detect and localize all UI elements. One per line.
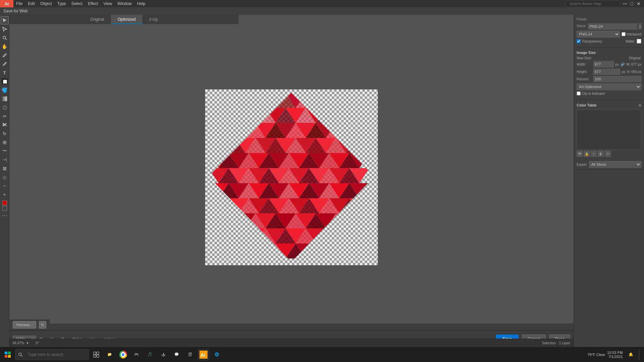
transparency-checkbox[interactable] bbox=[577, 39, 581, 43]
color-shift-btn[interactable]: ⟳ bbox=[605, 151, 611, 157]
start-button[interactable] bbox=[2, 349, 14, 361]
tool-paintbucket[interactable]: 🪣 bbox=[1, 86, 9, 94]
name-row: Name: ≡ bbox=[577, 23, 641, 29]
height-unit: px bbox=[622, 70, 626, 74]
matte-swatch[interactable] bbox=[637, 39, 641, 44]
tool-gradient[interactable] bbox=[1, 95, 9, 103]
tool-free-transform[interactable]: ⊠ bbox=[1, 164, 9, 172]
menu-select[interactable]: Select bbox=[69, 0, 85, 7]
color-lock-btn[interactable]: 🔒 bbox=[584, 151, 590, 157]
tool-pen[interactable] bbox=[1, 60, 9, 68]
canvas-wrapper bbox=[205, 89, 378, 265]
tool-fill[interactable] bbox=[1, 77, 9, 85]
tool-type[interactable]: T bbox=[1, 69, 9, 77]
tab-optimized[interactable]: Optimized bbox=[111, 15, 142, 24]
svg-rect-164 bbox=[8, 355, 11, 358]
tool-warp[interactable]: 〜 bbox=[1, 147, 9, 155]
tool-zoom-minus[interactable]: − bbox=[1, 182, 9, 190]
tool-width[interactable]: ⊣ bbox=[1, 156, 9, 164]
tool-scale[interactable]: ⊞ bbox=[1, 138, 9, 146]
color-delete-btn[interactable]: 🗑 bbox=[598, 151, 604, 157]
refresh-button[interactable]: ↻ bbox=[39, 321, 46, 329]
svg-marker-61 bbox=[346, 138, 366, 153]
taskbar-app2[interactable]: 🎮 bbox=[130, 349, 142, 361]
color-table-menu-btn[interactable]: ≡ bbox=[639, 102, 641, 108]
color-red-swatch[interactable] bbox=[2, 201, 7, 205]
svg-marker-142 bbox=[326, 228, 346, 243]
export-label: Export: bbox=[577, 163, 587, 166]
taskbar-app6[interactable]: 🎬 bbox=[184, 349, 196, 361]
svg-marker-7 bbox=[245, 93, 266, 108]
taskbar-notification[interactable]: 🔔 bbox=[625, 349, 637, 361]
color-none-swatch[interactable] bbox=[2, 206, 7, 211]
taskbar-search-input[interactable] bbox=[24, 350, 85, 359]
taskbar-browser[interactable]: 🌐 bbox=[211, 349, 223, 361]
tool-select[interactable] bbox=[1, 16, 9, 24]
window-minimize[interactable]: ─ bbox=[623, 0, 627, 7]
name-input[interactable] bbox=[588, 23, 637, 29]
color-map-btn[interactable]: 🗺 bbox=[577, 151, 583, 157]
tool-blend[interactable]: ⬡ bbox=[1, 103, 9, 112]
tool-direct-select[interactable] bbox=[1, 25, 9, 33]
svg-text:Ai: Ai bbox=[5, 2, 9, 6]
format-select[interactable]: PNG-24 PNG-8 JPEG GIF bbox=[577, 31, 620, 38]
svg-marker-137 bbox=[225, 228, 245, 243]
preset-menu-btn[interactable]: ≡ bbox=[639, 23, 641, 29]
tool-eyedropper[interactable] bbox=[1, 51, 9, 59]
taskbar-illustrator[interactable]: Ai bbox=[197, 349, 210, 361]
svg-rect-167 bbox=[94, 352, 96, 354]
menu-view[interactable]: View bbox=[101, 0, 115, 7]
tool-more[interactable]: ⋯ bbox=[1, 211, 9, 219]
tool-shaper[interactable]: ◇ bbox=[1, 173, 9, 181]
transparency-label: Transparency bbox=[577, 39, 602, 43]
tool-rotate[interactable]: ↻ bbox=[1, 130, 9, 138]
quality-select[interactable]: Art Optimized Bicubic Bilinear Nearest N… bbox=[577, 83, 641, 90]
taskbar-explorer[interactable]: 📁 bbox=[104, 349, 116, 361]
preview-button[interactable]: Preview... bbox=[13, 321, 36, 329]
window-maximize[interactable]: □ bbox=[631, 1, 633, 6]
menu-file[interactable]: File bbox=[13, 0, 25, 7]
color-table-section: Color Table ≡ 🗺 🔒 + 🗑 ⟳ bbox=[574, 100, 644, 159]
search-help-input[interactable] bbox=[566, 1, 620, 7]
svg-marker-150 bbox=[235, 243, 255, 259]
tool-hand[interactable]: ✋ bbox=[1, 43, 9, 51]
zoom-status: 66.67% ▼ bbox=[13, 341, 29, 345]
svg-marker-138 bbox=[245, 228, 266, 243]
svg-marker-107 bbox=[209, 198, 229, 213]
tool-zoom[interactable] bbox=[1, 34, 9, 42]
svg-marker-12 bbox=[346, 93, 366, 108]
zoom-dropdown-icon[interactable]: ▼ bbox=[26, 341, 29, 345]
taskbar-chrome[interactable] bbox=[117, 349, 129, 361]
quality-row: Art Optimized Bicubic Bilinear Nearest N… bbox=[577, 83, 641, 90]
clip-artboard-checkbox[interactable] bbox=[577, 91, 581, 95]
svg-marker-45 bbox=[326, 123, 346, 138]
tool-zoom-plus[interactable]: + bbox=[1, 191, 9, 199]
task-view-button[interactable] bbox=[90, 349, 102, 361]
window-close[interactable]: ✕ bbox=[637, 1, 641, 6]
width-input[interactable] bbox=[593, 61, 614, 67]
export-select[interactable]: All Slices Selected Slices bbox=[589, 161, 641, 168]
svg-point-165 bbox=[19, 353, 21, 356]
color-add-btn[interactable]: + bbox=[591, 151, 597, 157]
tool-slice[interactable]: ✂ bbox=[1, 112, 9, 120]
svg-rect-168 bbox=[97, 352, 99, 354]
taskbar-steam[interactable]: 🕹 bbox=[157, 349, 169, 361]
height-input[interactable] bbox=[593, 69, 620, 75]
taskbar-search-bar[interactable] bbox=[15, 349, 89, 360]
tab-original[interactable]: Original bbox=[83, 15, 111, 24]
menu-window[interactable]: Window bbox=[115, 0, 134, 7]
menu-object[interactable]: Object bbox=[38, 0, 55, 7]
taskbar-app3[interactable]: 🎵 bbox=[144, 349, 156, 361]
menu-type[interactable]: Type bbox=[55, 0, 69, 7]
menu-help[interactable]: Help bbox=[134, 0, 148, 7]
interlaced-checkbox[interactable] bbox=[622, 32, 626, 36]
percent-input[interactable] bbox=[593, 76, 641, 82]
taskbar-app5[interactable]: 💬 bbox=[171, 349, 183, 361]
menu-edit[interactable]: Edit bbox=[25, 0, 38, 7]
left-toolbar: ✋ T 🪣 ⬡ ✂ ✀ ↻ ⊞ 〜 ⊣ ⊠ ◇ − + ⋯ bbox=[0, 15, 9, 347]
tool-scissors[interactable]: ✀ bbox=[1, 121, 9, 129]
menu-effect[interactable]: Effect bbox=[85, 0, 101, 7]
taskbar-show-desktop[interactable] bbox=[639, 349, 642, 361]
tab-2up[interactable]: 2-Up bbox=[142, 15, 165, 24]
svg-marker-38 bbox=[336, 123, 356, 138]
